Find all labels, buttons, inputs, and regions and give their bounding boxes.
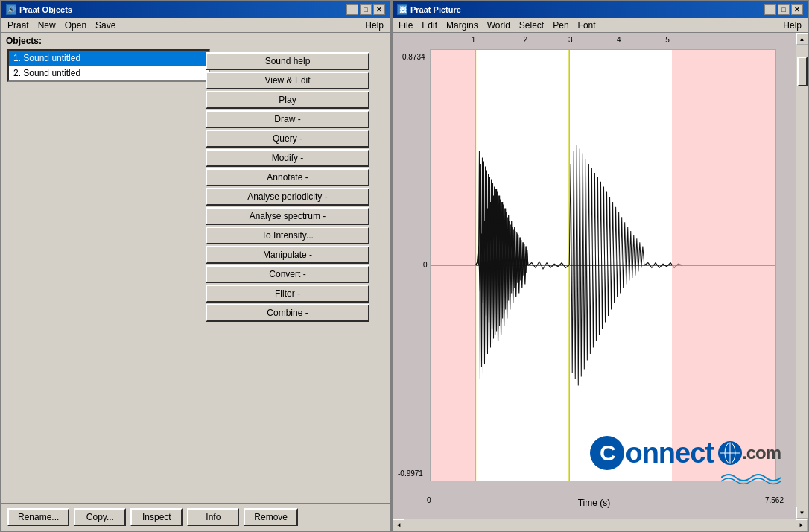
- picture-menubar: File Edit Margins World Select Pen Font …: [393, 18, 808, 33]
- x-tick-2: 2: [524, 36, 528, 44]
- logo-waves: [721, 470, 781, 489]
- scroll-left-button[interactable]: ◄: [393, 519, 404, 531]
- y-label-bottom: -0.9971: [398, 469, 423, 478]
- info-button[interactable]: Info: [187, 508, 239, 526]
- rename-button[interactable]: Rename...: [7, 508, 69, 526]
- pic-menu-pen[interactable]: Pen: [548, 19, 573, 32]
- x-end-label: 7.562: [765, 496, 784, 504]
- x-tick-5: 5: [665, 36, 670, 44]
- logo-onnect: onnect: [625, 437, 714, 469]
- right-scrollbar[interactable]: ▲ ▼: [796, 33, 808, 519]
- inspect-button[interactable]: Inspect: [130, 508, 183, 526]
- menu-help[interactable]: Help: [361, 19, 388, 32]
- y-label-top: 0.8734: [402, 53, 425, 61]
- annotate-button[interactable]: Annotate -: [206, 168, 369, 186]
- action-buttons-panel: Sound help View & Edit Play Draw - Query…: [203, 49, 390, 503]
- picture-app-icon: 🖼: [397, 4, 407, 15]
- list-item[interactable]: 2. Sound untitled: [9, 66, 209, 80]
- y-label-zero: 0: [423, 261, 428, 269]
- filter-button[interactable]: Filter -: [206, 285, 369, 303]
- convert-button[interactable]: Convert -: [206, 265, 369, 283]
- x-tick-4: 4: [617, 36, 621, 44]
- pink-selection-right: [672, 50, 775, 481]
- manipulate-button[interactable]: Manipulate -: [206, 246, 369, 264]
- pic-menu-world[interactable]: World: [483, 19, 515, 32]
- pic-menu-margins[interactable]: Margins: [442, 19, 483, 32]
- to-intensity-button[interactable]: To Intensity...: [206, 227, 369, 244]
- copy-button[interactable]: Copy...: [74, 508, 126, 526]
- scroll-up-button[interactable]: ▲: [796, 33, 808, 45]
- top-axis: 1 2 3 4 5: [430, 36, 776, 48]
- scroll-down-button[interactable]: ▼: [796, 507, 808, 519]
- pink-selection-left: [431, 50, 475, 481]
- pic-menu-edit[interactable]: Edit: [417, 19, 442, 32]
- logo-globe-icon: [718, 441, 742, 465]
- menu-new[interactable]: New: [34, 19, 60, 32]
- picture-canvas[interactable]: 1 2 3 4 5 0.8734 0 -0.9971: [393, 33, 796, 519]
- play-button[interactable]: Play: [206, 91, 369, 109]
- objects-titlebar: 🔊 Praat Objects ─ □ ✕: [1, 1, 390, 18]
- objects-section-label: Objects:: [1, 33, 390, 49]
- objects-menubar: Praat New Open Save Help: [1, 18, 390, 33]
- menu-open[interactable]: Open: [60, 19, 91, 32]
- logo-c-letter: C: [590, 436, 624, 470]
- pic-close-button[interactable]: ✕: [791, 4, 803, 15]
- analyse-spectrum-button[interactable]: Analyse spectrum -: [206, 207, 369, 225]
- combine-button[interactable]: Combine -: [206, 304, 369, 322]
- analyse-periodicity-button[interactable]: Analyse periodicity -: [206, 188, 369, 206]
- x-tick-3: 3: [568, 36, 573, 44]
- close-button[interactable]: ✕: [373, 4, 385, 15]
- bottom-buttons-bar: Rename... Copy... Inspect Info Remove: [1, 503, 390, 531]
- x-tick-1: 1: [472, 36, 476, 44]
- query-button[interactable]: Query -: [206, 130, 369, 148]
- logo-text: C onnect .com: [590, 436, 781, 470]
- picture-title: Praat Picture: [410, 5, 461, 14]
- maximize-button[interactable]: □: [360, 4, 372, 15]
- sound-help-button[interactable]: Sound help: [206, 52, 369, 70]
- view-edit-button[interactable]: View & Edit: [206, 72, 369, 89]
- picture-titlebar: 🖼 Praat Picture ─ □ ✕: [393, 1, 808, 18]
- scroll-thumb[interactable]: [797, 57, 808, 86]
- waveform-area: 0.8734 0 -0.9971: [430, 49, 776, 481]
- modify-button[interactable]: Modify -: [206, 149, 369, 167]
- objects-section: 1. Sound untitled 2. Sound untitled Soun…: [1, 49, 390, 503]
- pic-maximize-button[interactable]: □: [778, 4, 790, 15]
- draw-button[interactable]: Draw -: [206, 110, 369, 128]
- pic-menu-select[interactable]: Select: [515, 19, 548, 32]
- pic-menu-font[interactable]: Font: [574, 19, 600, 32]
- horizontal-scroll-track: [404, 520, 796, 531]
- menu-praat[interactable]: Praat: [3, 19, 34, 32]
- minimize-button[interactable]: ─: [346, 4, 358, 15]
- praat-picture-window: 🖼 Praat Picture ─ □ ✕ File Edit Margins …: [391, 0, 809, 532]
- logo-dotcom: .com: [742, 443, 781, 463]
- pic-menu-help[interactable]: Help: [778, 19, 806, 32]
- scroll-right-button[interactable]: ►: [796, 519, 808, 531]
- list-item[interactable]: 1. Sound untitled: [9, 51, 209, 66]
- objects-title: Praat Objects: [19, 5, 72, 14]
- pic-minimize-button[interactable]: ─: [764, 4, 776, 15]
- x-start-label: 0: [427, 496, 431, 504]
- objects-list-section: 1. Sound untitled 2. Sound untitled: [1, 49, 203, 503]
- time-axis-label: Time (s): [578, 498, 611, 508]
- remove-button[interactable]: Remove: [244, 508, 298, 526]
- praat-objects-window: 🔊 Praat Objects ─ □ ✕ Praat New Open Sav…: [0, 0, 391, 532]
- picture-canvas-wrapper: 1 2 3 4 5 0.8734 0 -0.9971: [393, 33, 808, 519]
- menu-save[interactable]: Save: [91, 19, 120, 32]
- bottom-scrollbar[interactable]: ◄ ►: [393, 519, 808, 531]
- pic-menu-file[interactable]: File: [394, 19, 417, 32]
- watermark-logo: C onnect .com: [590, 436, 781, 489]
- objects-list[interactable]: 1. Sound untitled 2. Sound untitled: [7, 49, 210, 82]
- app-icon: 🔊: [6, 4, 16, 15]
